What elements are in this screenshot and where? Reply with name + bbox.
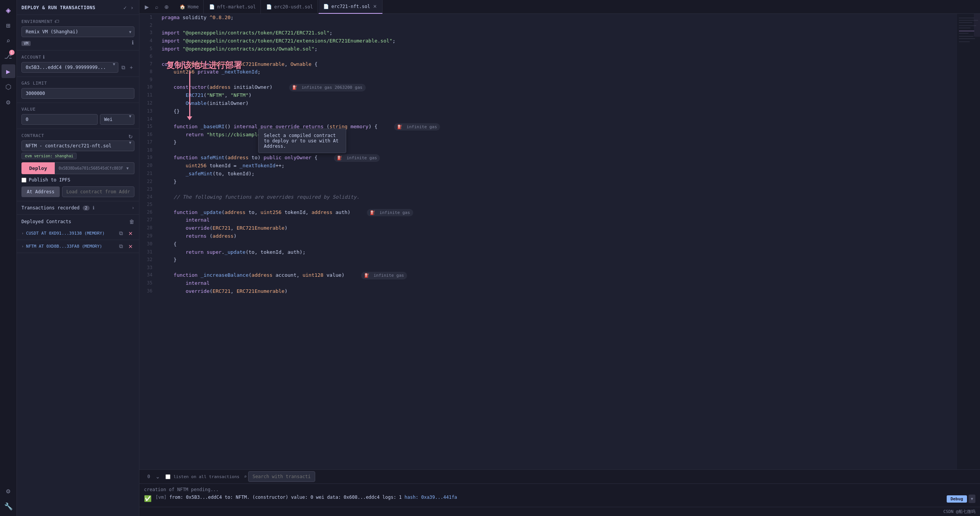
deploy-button[interactable]: Deploy <box>21 162 55 174</box>
gas-limit-section: GAS LIMIT 3000000 <box>17 77 139 103</box>
status-csdn: CSDN @船七微呜 <box>943 509 975 514</box>
nftm-copy-btn[interactable]: ⧉ <box>118 242 124 250</box>
cusdt-expand-btn[interactable]: › CUSDT AT 0XD91...39138 (MEMORY) <box>21 231 105 236</box>
gas-limit-input[interactable]: 3000000 <box>21 88 134 99</box>
deploy-address-value: 0x5B38Da6a701c568545dCfc803F <box>59 166 123 170</box>
log-to: to: NFTM. (constructor) <box>225 495 288 500</box>
code-line-34: 34 function _increaseBalance(address acc… <box>139 271 980 279</box>
environment-select[interactable]: Remix VM (Shanghai) <box>21 26 134 37</box>
tab-home[interactable]: 🏠 Home <box>175 0 204 14</box>
svg-rect-4 <box>959 28 970 28</box>
listen-checkbox[interactable] <box>165 474 170 479</box>
tx-search-input[interactable] <box>248 471 315 482</box>
icon-bar: ◈ ⊞ ⌕ ⎇ 1 ▶ ⬡ ⚙ ⚙ 🔧 <box>0 0 17 516</box>
log-entry: ✅ [vm] from: 0x5B3...eddC4 to: NFTM. (co… <box>144 493 975 505</box>
env-info-icon[interactable]: 🏷 <box>54 19 59 24</box>
transactions-left: Transactions recorded 2 ℹ <box>21 205 95 211</box>
search-sidebar-icon[interactable]: ⌕ <box>2 34 15 47</box>
search-tab-btn[interactable]: ⌕ <box>153 2 160 11</box>
deployed-contracts-title: Deployed Contracts <box>21 219 71 224</box>
contract-select-wrapper: NFTM - contracts/erc721-nft.sol ▼ <box>21 140 134 151</box>
tab-erc721-nft[interactable]: 📄 erc721-nft.sol ✕ <box>319 0 383 14</box>
account-label: ACCOUNT ℹ <box>21 54 134 60</box>
debug-expand-btn[interactable]: ▾ <box>969 495 975 503</box>
svg-rect-5 <box>959 31 974 31</box>
cusdt-chevron: › <box>21 231 24 235</box>
transactions-chevron-icon[interactable]: › <box>132 205 134 211</box>
nftm-close-btn[interactable]: ✕ <box>127 242 134 250</box>
chevron-right-icon[interactable]: › <box>130 4 134 11</box>
panel-header: DEPLOY & RUN TRANSACTIONS ✓ › <box>17 0 139 15</box>
cusdt-copy-btn[interactable]: ⧉ <box>118 229 124 237</box>
deployed-contract-cusdt: › CUSDT AT 0XD91...39138 (MEMORY) ⧉ ✕ <box>17 227 139 240</box>
deploy-addr-arrow[interactable]: ▼ <box>125 166 130 170</box>
log-value: value: 0 wei <box>291 495 324 500</box>
log-from: from: 0x5B3...eddC4 <box>169 495 222 500</box>
account-info-icon[interactable]: ℹ <box>43 54 45 60</box>
run-code-btn[interactable]: ▶ <box>142 2 151 11</box>
contract-select[interactable]: NFTM - contracts/erc721-nft.sol <box>21 140 134 151</box>
account-add-btn[interactable]: + <box>128 64 134 72</box>
listen-label: listen on all transactions <box>173 474 239 479</box>
account-copy-btn[interactable]: ⧉ <box>120 64 127 72</box>
tx-search-icon: ⌕ <box>244 474 247 479</box>
transactions-info-icon[interactable]: ℹ <box>93 205 95 211</box>
value-unit-select[interactable]: Wei Gwei Finney Ether <box>100 114 134 125</box>
at-address-button[interactable]: At Address <box>21 186 60 197</box>
code-line-10: 10 constructor(address initialOwner) ⛽ i… <box>139 83 980 91</box>
tab-erc20-usdt[interactable]: 📄 erc20-usdt.sol <box>262 0 318 14</box>
log-area: creation of NFTM pending... ✅ [vm] from:… <box>139 484 980 507</box>
deploy-run-icon[interactable]: ▶ <box>2 64 15 78</box>
deployed-contract-nftm: › NFTM AT 0XD8B...33FA8 (MEMORY) ⧉ ✕ <box>17 240 139 253</box>
account-select[interactable]: 0x5B3...eddC4 (99.99999999... <box>21 62 118 73</box>
value-input[interactable] <box>21 114 98 125</box>
zoom-tab-btn[interactable]: ⊕ <box>162 2 171 11</box>
contract-refresh-btn[interactable]: ↻ <box>127 133 134 140</box>
source-control-icon[interactable]: ⎇ 1 <box>2 49 15 63</box>
code-line-36: 36 override(ERC721, ERC721Enumerable) <box>139 287 980 296</box>
nftm-chevron: › <box>21 244 24 248</box>
tooltip-box: Select a compiled contract to deploy or … <box>258 129 346 153</box>
environment-section: ENVIRONMENT 🏷 Remix VM (Shanghai) ▼ VM ℹ <box>17 15 139 51</box>
vm-badge: VM <box>21 41 31 46</box>
cusdt-close-btn[interactable]: ✕ <box>127 229 134 237</box>
tx-search-wrap: ⌕ <box>244 471 315 482</box>
files-icon[interactable]: ⊞ <box>2 18 15 32</box>
at-address-input[interactable] <box>62 186 134 197</box>
minimap <box>957 14 980 469</box>
erc20-tab-label: erc20-usdt.sol <box>274 4 313 10</box>
publish-ipfs-checkbox[interactable] <box>21 178 26 183</box>
plugin-icon[interactable]: ⬡ <box>2 80 15 93</box>
svg-rect-9 <box>959 41 970 42</box>
code-line-12: 12 Ownable(initialOwner) <box>139 100 980 108</box>
code-line-11: 11 ERC721("NFTM", "NFTM") <box>139 91 980 100</box>
nftm-expand-btn[interactable]: › NFTM AT 0XD8B...33FA8 (MEMORY) <box>21 244 102 249</box>
debug-button[interactable]: Debug <box>947 495 967 503</box>
value-label: VALUE <box>21 107 134 112</box>
code-line-4: 4 import "@openzeppelin/contracts/token/… <box>139 37 980 45</box>
nftm-actions: ⧉ ✕ <box>118 242 134 250</box>
logo-icon[interactable]: ◈ <box>2 3 15 17</box>
code-line-14: 14 <box>139 116 980 123</box>
account-icons: ⧉ + <box>120 64 134 72</box>
contract-label: CONTRACT <box>21 133 44 138</box>
clear-deployed-icon[interactable]: 🗑 <box>129 219 134 225</box>
erc721-tab-close[interactable]: ✕ <box>372 4 378 9</box>
left-panel: DEPLOY & RUN TRANSACTIONS ✓ › ENVIRONMEN… <box>17 0 139 516</box>
value-unit-wrapper: Wei Gwei Finney Ether ▼ <box>100 114 134 125</box>
publish-ipfs-row: Publish to IPFS <box>21 177 134 183</box>
debug-sidebar-icon[interactable]: ⚙ <box>2 95 15 109</box>
tab-nft-market[interactable]: 📄 nft-market.sol <box>205 0 261 14</box>
code-line-22: 22 } <box>139 178 980 186</box>
env-info-btn[interactable]: ℹ <box>131 39 134 46</box>
chevron-down-btn[interactable]: ⌄ <box>153 472 162 481</box>
check-icon[interactable]: ✓ <box>123 4 127 11</box>
debug-row: Debug ▾ <box>947 495 975 503</box>
code-area[interactable]: 1 pragma solidity ^0.8.20; 2 3 import "@… <box>139 14 980 469</box>
log-data: data: 0x608...eddc4 <box>327 495 380 500</box>
settings-bottom-icon[interactable]: ⚙ <box>2 484 15 498</box>
wrench-icon[interactable]: 🔧 <box>2 499 15 513</box>
code-line-3: 3 import "@openzeppelin/contracts/token/… <box>139 29 980 37</box>
environment-select-wrapper: Remix VM (Shanghai) ▼ <box>21 26 134 37</box>
code-line-24: 24 // The following functions are overri… <box>139 193 980 201</box>
